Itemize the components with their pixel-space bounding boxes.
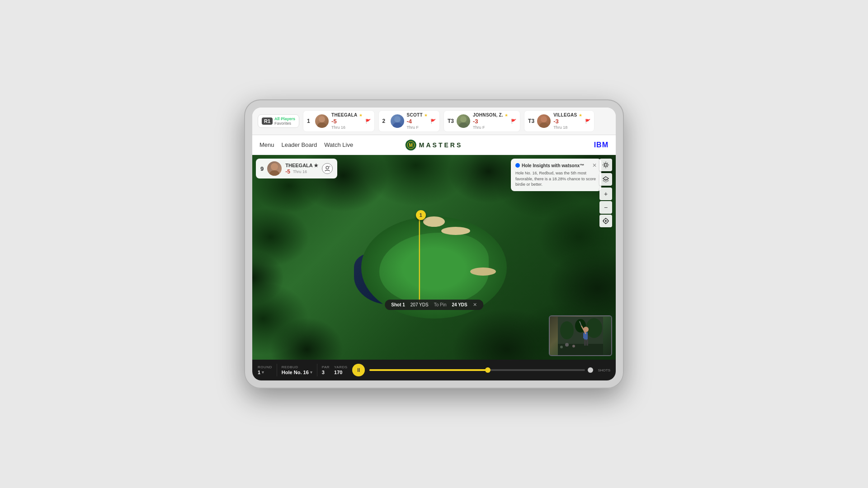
ibm-logo: IBM xyxy=(594,141,609,149)
player-name-row-3: JOHNSON, Z. ★ xyxy=(473,113,508,117)
menu-link[interactable]: Menu xyxy=(259,141,274,148)
flag-icon-4: 🚩 xyxy=(585,119,590,124)
player-rank-3: T3 xyxy=(448,118,454,124)
bunker-3 xyxy=(470,267,495,276)
round-group: Round 1 xyxy=(258,365,272,375)
player-av-small xyxy=(267,161,282,176)
player-score-4[interactable]: T3 VILLEGAS ★ -3 Thru 18 🚩 xyxy=(524,110,594,132)
player-rank-2: 2 xyxy=(382,118,388,124)
flag-icon-2: 🚩 xyxy=(430,119,436,124)
watson-dot xyxy=(515,163,520,168)
svg-rect-25 xyxy=(558,344,603,355)
timeline-track[interactable] xyxy=(369,369,585,371)
svg-point-19 xyxy=(605,220,607,222)
player-score-1[interactable]: 1 THEEGALA ★ -5 Thru 16 🚩 xyxy=(303,110,374,132)
player-name-row-4: VILLEGAS ★ xyxy=(553,113,582,117)
timeline-container xyxy=(369,367,594,373)
scoreboard-bar: R1 All Players Favorites 1 THEEGAL xyxy=(252,108,616,135)
svg-text:+: + xyxy=(329,165,330,168)
player-score-2[interactable]: 2 SCOTT ★ -4 Thru F 🚩 xyxy=(378,110,440,132)
player-avatar-4 xyxy=(537,114,551,128)
player-name-row-2: SCOTT ★ xyxy=(407,113,428,117)
svg-point-26 xyxy=(560,321,574,339)
round-label: R1 xyxy=(262,117,273,125)
watchlive-link[interactable]: Watch Live xyxy=(324,141,353,148)
to-pin-label: To Pin xyxy=(434,302,447,307)
timeline-end xyxy=(588,367,593,373)
watson-panel: Hole Insights with watsonx™ ✕ Hole No. 1… xyxy=(511,159,601,191)
nav-bar: Menu Leader Board Watch Live M Masters I… xyxy=(252,135,616,155)
svg-point-37 xyxy=(572,345,575,347)
svg-point-1 xyxy=(317,122,326,128)
watson-title-row: Hole Insights with watsonx™ xyxy=(515,163,584,168)
hole-dropdown[interactable]: Hole No. 16 xyxy=(282,370,312,375)
shot-info-close-button[interactable]: ✕ xyxy=(473,302,477,308)
player-info-1: THEEGALA ★ -5 Thru 16 xyxy=(331,113,362,130)
player-overlay-thru: Thru 16 xyxy=(293,169,307,174)
hole-number: 9 xyxy=(260,165,264,172)
player-score-val-2: -4 xyxy=(407,118,428,125)
video-thumbnail[interactable] xyxy=(549,315,612,356)
svg-point-5 xyxy=(459,122,468,128)
star-icon-4: ★ xyxy=(579,113,582,117)
timeline-fill xyxy=(369,369,488,371)
zoom-controls: + − xyxy=(599,188,612,227)
shot-info-popup: Shot 1 207 YDS To Pin 24 YDS ✕ xyxy=(385,300,483,310)
player-overlay-name: THEEGALA ★ xyxy=(285,163,318,169)
pause-icon: ⏸ xyxy=(356,367,361,373)
player-thru-1: Thru 16 xyxy=(331,125,362,130)
play-pause-button[interactable]: ⏸ xyxy=(352,364,365,376)
svg-point-15 xyxy=(604,164,607,166)
watson-title: Hole Insights with watsonx™ xyxy=(522,163,584,168)
player-name-row-1: THEEGALA ★ xyxy=(331,113,362,117)
player-overlay-info: THEEGALA ★ -5 Thru 16 xyxy=(285,163,318,175)
to-pin-distance: 24 YDS xyxy=(452,302,467,307)
zoom-out-button[interactable]: − xyxy=(599,201,612,214)
main-content: 1 9 THEEGALA ★ -5 Th xyxy=(252,155,616,360)
flag-icon-3: 🚩 xyxy=(511,119,516,124)
par-label: Par xyxy=(322,365,330,369)
player-avatar-1 xyxy=(315,114,329,128)
leaderboard-link[interactable]: Leader Board xyxy=(282,141,317,148)
player-overlay: 9 THEEGALA ★ -5 Thru 16 xyxy=(256,159,337,178)
player-score-3[interactable]: T3 JOHNSON, Z. ★ -3 Thru F 🚩 xyxy=(443,110,520,132)
svg-point-27 xyxy=(586,318,602,338)
watson-close-button[interactable]: ✕ xyxy=(592,162,597,169)
zoom-in-button[interactable]: + xyxy=(599,188,612,200)
star-icon-2: ★ xyxy=(424,113,428,117)
round-badge[interactable]: R1 All Players Favorites xyxy=(258,114,299,128)
player-info-4: VILLEGAS ★ -3 Thru 18 xyxy=(553,113,582,130)
course-view[interactable]: 1 9 THEEGALA ★ -5 Th xyxy=(252,155,616,360)
player-thru-2: Thru F xyxy=(407,125,428,130)
player-avatar-3 xyxy=(457,114,470,128)
divider-1 xyxy=(277,364,277,376)
svg-marker-16 xyxy=(603,177,609,180)
star-icon-3: ★ xyxy=(505,113,508,117)
tablet-frame: R1 All Players Favorites 1 THEEGAL xyxy=(244,99,624,389)
shots-label: Shots xyxy=(598,368,610,372)
tablet-screen: R1 All Players Favorites 1 THEEGAL xyxy=(252,108,616,380)
locate-button[interactable] xyxy=(599,215,612,227)
redbud-label: Redbud xyxy=(282,365,312,369)
settings-button[interactable] xyxy=(599,159,612,171)
round-dropdown[interactable]: 1 xyxy=(258,370,272,375)
layers-button[interactable] xyxy=(599,173,612,186)
timeline-thumb[interactable] xyxy=(485,367,491,373)
par-value: 3 xyxy=(322,370,330,375)
star-icon-1: ★ xyxy=(359,113,363,117)
svg-text:M: M xyxy=(409,143,413,148)
player-overlay-score: -5 xyxy=(285,169,290,175)
player-score-val-1: -5 xyxy=(331,118,362,125)
layers-icon[interactable] xyxy=(599,173,612,186)
hole-group: Redbud Hole No. 16 xyxy=(282,365,312,375)
settings-icon[interactable] xyxy=(599,159,612,171)
player-thru-3: Thru F xyxy=(473,125,508,130)
watson-text: Hole No. 16, Redbud, was the 5th most fa… xyxy=(515,170,597,188)
svg-point-36 xyxy=(565,343,569,347)
svg-point-4 xyxy=(460,116,467,122)
svg-point-12 xyxy=(269,170,279,176)
shot-distance: 207 YDS xyxy=(410,302,429,307)
svg-point-2 xyxy=(394,116,401,122)
follow-button[interactable]: + xyxy=(322,163,333,174)
round-labels: All Players Favorites xyxy=(274,117,295,126)
